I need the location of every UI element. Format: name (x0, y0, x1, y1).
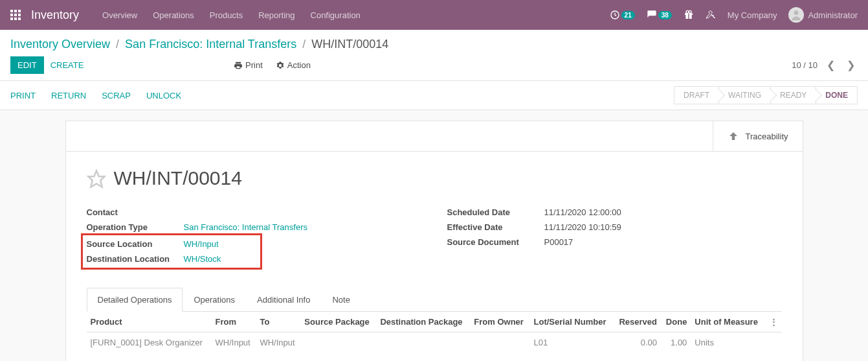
print-label: Print (245, 60, 263, 70)
th-dst-pkg[interactable]: Destination Package (376, 312, 470, 332)
create-button[interactable]: CREATE (44, 57, 91, 73)
pager-next[interactable]: ❯ (844, 59, 858, 71)
th-options[interactable]: ⋮ (764, 312, 781, 332)
pager-text: 10 / 10 (792, 60, 818, 70)
cell-product: [FURN_0001] Desk Organizer (87, 332, 212, 353)
stage-waiting[interactable]: WAITING (718, 86, 770, 104)
svg-rect-8 (18, 17, 21, 20)
gift-icon[interactable] (684, 10, 694, 21)
nav-link-operations[interactable]: Operations (153, 10, 194, 20)
apps-icon[interactable] (10, 10, 21, 21)
traceability-button[interactable]: Traceability (713, 121, 803, 151)
action-scrap[interactable]: SCRAP (102, 91, 131, 100)
cell-uom: Units (691, 332, 764, 353)
pager-prev[interactable]: ❮ (824, 59, 838, 71)
highlight-box: Source Location WH/Input Destination Loc… (81, 233, 262, 270)
control-row: EDIT CREATE Print Action 10 / 10 ❮ ❯ (10, 56, 858, 80)
cell-done: 1.00 (661, 332, 691, 353)
tab-detailed-operations[interactable]: Detailed Operations (87, 288, 183, 312)
svg-rect-3 (10, 14, 13, 16)
source-location-value[interactable]: WH/Input (184, 239, 219, 249)
action-unlock[interactable]: UNLOCK (146, 91, 181, 100)
th-lot[interactable]: Lot/Serial Number (530, 312, 614, 332)
svg-rect-6 (10, 17, 13, 20)
effective-date-label: Effective Date (447, 222, 544, 232)
activity-indicator[interactable]: 21 (610, 10, 635, 20)
th-uom[interactable]: Unit of Measure (691, 312, 764, 332)
form-sheet: Traceability WH/INT/00014 Contact Operat… (65, 121, 803, 361)
svg-rect-0 (10, 10, 13, 12)
breadcrumb-parent[interactable]: San Francisco: Internal Transfers (125, 38, 296, 51)
operation-type-value[interactable]: San Francisco: Internal Transfers (184, 222, 307, 232)
record-title: WH/INT/00014 (114, 167, 242, 189)
nav-links: Overview Operations Products Reporting C… (102, 10, 361, 20)
nav-link-products[interactable]: Products (210, 10, 243, 20)
breadcrumb: Inventory Overview / San Francisco: Inte… (10, 30, 858, 56)
star-icon[interactable] (87, 168, 106, 189)
pager: 10 / 10 ❮ ❯ (792, 59, 858, 71)
source-doc-value: P00017 (544, 237, 782, 247)
svg-point-14 (689, 11, 691, 14)
table-row[interactable]: [FURN_0001] Desk Organizer WH/Input WH/I… (87, 332, 782, 353)
nav-link-configuration[interactable]: Configuration (311, 10, 361, 20)
contact-value (184, 207, 421, 217)
svg-rect-2 (18, 10, 21, 12)
svg-point-15 (794, 10, 799, 15)
source-location-label: Source Location (87, 239, 184, 249)
th-owner[interactable]: From Owner (470, 312, 529, 332)
dest-location-label: Destination Location (87, 254, 184, 264)
print-button[interactable]: Print (234, 60, 263, 70)
th-to[interactable]: To (256, 312, 300, 332)
cell-to: WH/Input (256, 332, 300, 353)
tab-additional-info[interactable]: Additional Info (246, 288, 321, 311)
messaging-badge: 38 (658, 11, 672, 19)
operation-type-label: Operation Type (87, 222, 184, 232)
app-name[interactable]: Inventory (31, 8, 79, 22)
nav-link-overview[interactable]: Overview (102, 10, 137, 20)
fields-grid: Contact Operation Type San Francisco: In… (87, 205, 782, 270)
action-button[interactable]: Action (276, 60, 311, 70)
detailed-operations-table: Product From To Source Package Destinati… (87, 312, 782, 353)
field-source-doc: Source Document P00017 (447, 235, 782, 250)
table-header-row: Product From To Source Package Destinati… (87, 312, 782, 332)
tools-icon[interactable] (706, 10, 716, 21)
nav-right: 21 38 My Company Administrator (610, 7, 858, 23)
th-src-pkg[interactable]: Source Package (300, 312, 376, 332)
sheet-body: WH/INT/00014 Contact Operation Type San … (66, 152, 803, 361)
action-print[interactable]: PRINT (10, 91, 36, 100)
company-name[interactable]: My Company (728, 10, 777, 20)
breadcrumb-current: WH/INT/00014 (311, 38, 388, 51)
field-source-location: Source Location WH/Input (87, 237, 256, 251)
edit-button[interactable]: EDIT (10, 56, 44, 74)
tabs: Detailed Operations Operations Additiona… (87, 288, 782, 312)
stage-ready[interactable]: READY (770, 86, 816, 104)
contact-label: Contact (87, 207, 184, 217)
th-from[interactable]: From (212, 312, 256, 332)
traceability-label: Traceability (746, 132, 788, 141)
button-box: Traceability (66, 121, 803, 152)
stage-draft[interactable]: DRAFT (674, 86, 718, 104)
th-done[interactable]: Done (661, 312, 691, 332)
user-name[interactable]: Administrator (808, 10, 858, 20)
cell-lot: L01 (530, 332, 614, 353)
cell-reserved: 0.00 (614, 332, 661, 353)
source-doc-label: Source Document (447, 237, 544, 247)
scheduled-date-label: Scheduled Date (447, 207, 544, 217)
right-column: Scheduled Date 11/11/2020 12:00:00 Effec… (447, 205, 782, 270)
th-reserved[interactable]: Reserved (614, 312, 661, 332)
tab-operations[interactable]: Operations (183, 288, 246, 311)
nav-link-reporting[interactable]: Reporting (258, 10, 295, 20)
title-row: WH/INT/00014 (87, 167, 782, 189)
scheduled-date-value: 11/11/2020 12:00:00 (544, 207, 782, 217)
action-return[interactable]: RETURN (51, 91, 86, 100)
svg-rect-1 (14, 10, 17, 12)
breadcrumb-root[interactable]: Inventory Overview (10, 38, 110, 51)
statusbar: DRAFT WAITING READY DONE (674, 86, 858, 104)
breadcrumb-sep: / (300, 38, 308, 51)
th-product[interactable]: Product (87, 312, 212, 332)
left-column: Contact Operation Type San Francisco: In… (87, 205, 421, 270)
dest-location-value[interactable]: WH/Stock (184, 254, 221, 264)
avatar[interactable] (788, 7, 804, 23)
messaging-indicator[interactable]: 38 (647, 10, 672, 20)
tab-note[interactable]: Note (321, 288, 361, 311)
